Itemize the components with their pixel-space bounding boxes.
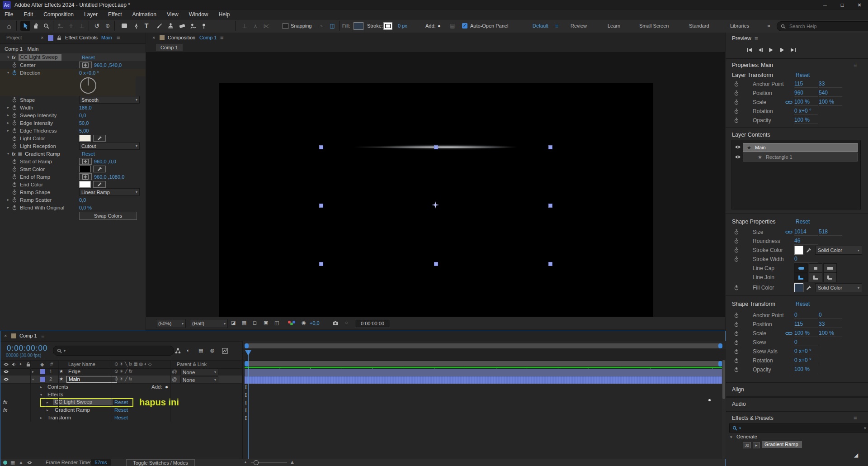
stopwatch-icon[interactable]	[12, 182, 17, 187]
first-frame-button[interactable]	[746, 48, 752, 52]
param-row-end-color[interactable]: End Color	[0, 181, 146, 188]
home-icon[interactable]: ⌂	[4, 21, 14, 31]
param-value[interactable]: 186,0	[79, 105, 92, 110]
eye-icon[interactable]	[735, 145, 741, 149]
param-value[interactable]: 50,0	[79, 120, 89, 126]
reset-link[interactable]: Reset	[114, 407, 128, 413]
layer-name-editing[interactable]: Main	[66, 376, 117, 383]
workspace-menu-icon[interactable]: ≡	[555, 23, 559, 29]
workspace-standard[interactable]: Standard	[689, 23, 709, 29]
prop-row-anchor[interactable]: Anchor Point 115 33	[726, 80, 868, 89]
value-field[interactable]: 0 x+0 °	[794, 108, 818, 115]
reset-link[interactable]: Reset	[114, 399, 128, 405]
exposure-icon[interactable]: ◉	[302, 320, 306, 326]
value-field[interactable]: 46	[794, 238, 818, 245]
previous-frame-button[interactable]	[757, 48, 763, 52]
stopwatch-icon[interactable]	[12, 205, 17, 210]
eye-icon[interactable]	[3, 370, 9, 374]
swap-colors-button[interactable]: Swap Colors	[79, 212, 137, 220]
shape-properties-reset[interactable]: Reset	[796, 219, 810, 225]
stopwatch-icon[interactable]	[734, 238, 739, 244]
value-field[interactable]: 1014	[794, 228, 818, 236]
value-field[interactable]: 100 %	[794, 117, 818, 124]
viewer-subtab-comp1[interactable]: Comp 1	[156, 44, 183, 51]
pen-tool-icon[interactable]	[131, 21, 141, 31]
number-column-header[interactable]: #	[50, 361, 53, 367]
value-field[interactable]: 100 %	[794, 99, 818, 106]
work-area-bar[interactable]	[245, 361, 722, 366]
prop-row-skew[interactable]: Skew 0	[726, 338, 868, 347]
menu-composition[interactable]: Composition	[39, 10, 78, 19]
composition-mini-flow-icon[interactable]: ▤	[448, 21, 458, 31]
eye-icon[interactable]	[735, 155, 741, 159]
stopwatch-icon[interactable]	[12, 128, 17, 133]
clear-search-icon[interactable]: ×	[864, 425, 867, 431]
prop-row-position[interactable]: Position 960 540	[726, 89, 868, 98]
value-field[interactable]: 0 x+0 °	[794, 357, 818, 364]
tab-composition[interactable]: Composition	[168, 35, 195, 40]
outline-row-effects[interactable]: ▾ Effects	[0, 391, 242, 399]
value-field[interactable]: 100 %	[794, 366, 818, 373]
param-row-width[interactable]: ▸ Width 186,0	[0, 104, 146, 111]
param-value[interactable]: 960,0 ,0,0	[94, 159, 116, 164]
eyedropper-icon[interactable]	[93, 135, 106, 142]
prop-row-scale[interactable]: Scale 100 % 100 %	[726, 98, 868, 107]
toggle-switches-button[interactable]: Toggle Switches / Modes	[126, 459, 195, 466]
line-cap-round-button[interactable]	[794, 263, 808, 273]
pickwhip-icon[interactable]: @	[172, 369, 177, 374]
add-property-button[interactable]: ●	[165, 384, 168, 390]
time-ruler[interactable]	[243, 349, 726, 361]
zoom-out-mountain-icon[interactable]: ▲	[244, 460, 247, 464]
layer-name-column-header[interactable]: Layer Name	[68, 361, 95, 367]
chevron-right-icon[interactable]: ▸	[5, 205, 11, 209]
layer-contents-item-main[interactable]: ★ Main	[743, 143, 858, 152]
line-cap-butt-button[interactable]	[809, 263, 822, 273]
stroke-width-value[interactable]: 0 px	[398, 23, 407, 29]
timeline-tab-close-icon[interactable]: ×	[4, 333, 7, 338]
line-join-round-button[interactable]	[809, 272, 822, 282]
eyedropper-icon[interactable]	[806, 247, 811, 253]
channel-blue-icon[interactable]	[292, 321, 295, 323]
zoom-in-mountain-icon[interactable]: ▲	[290, 459, 295, 465]
draft-3d-icon[interactable]: ◐	[187, 347, 190, 353]
audio-title[interactable]: Audio	[732, 401, 746, 407]
audio-column-icon[interactable]	[11, 362, 16, 366]
link-icon[interactable]	[785, 332, 793, 335]
zoom-tool-icon[interactable]	[41, 21, 51, 31]
value-field[interactable]: 100 %	[819, 99, 842, 106]
prop-row-skew-axis[interactable]: Skew Axis 0 x+0 °	[726, 347, 868, 356]
eye-icon[interactable]	[3, 377, 9, 381]
stroke-color-swatch[interactable]	[383, 22, 392, 30]
value-field[interactable]: 115	[794, 81, 818, 88]
snapshot-camera-icon[interactable]	[332, 320, 339, 325]
panel-menu-icon[interactable]: ≡	[854, 414, 857, 421]
fill-color-swatch[interactable]	[794, 283, 803, 292]
tab-effect-controls[interactable]: Effect Controls	[65, 35, 98, 40]
stopwatch-icon[interactable]	[734, 118, 739, 123]
param-row-ramp-shape[interactable]: Ramp Shape Linear Ramp▾	[0, 188, 146, 196]
param-row-blend-with-original[interactable]: ▸ Blend With Original 0,0 %	[0, 204, 146, 211]
label-column-icon[interactable]: ◆	[40, 361, 44, 367]
group-label[interactable]: Effects	[47, 392, 63, 397]
selection-handle[interactable]	[548, 262, 552, 266]
param-value[interactable]: 0,0	[79, 197, 86, 203]
prop-row-st-opacity[interactable]: Opacity 100 %	[726, 365, 868, 374]
scrollbar-thumb[interactable]	[722, 360, 725, 399]
chevron-down-icon[interactable]: ▾	[32, 377, 34, 381]
stopwatch-icon[interactable]	[12, 105, 17, 110]
value-field[interactable]: 100 %	[794, 330, 818, 337]
stopwatch-icon[interactable]	[734, 340, 739, 345]
point-target-icon[interactable]	[79, 62, 92, 68]
eyedropper-icon[interactable]	[93, 181, 106, 188]
layer-bar-main[interactable]	[245, 376, 722, 384]
hand-tool-icon[interactable]	[31, 21, 41, 31]
guides-icon[interactable]: ◫	[274, 320, 279, 326]
prop-row-st-scale[interactable]: Scale 100 % 100 %	[726, 329, 868, 338]
timeline-tab-comp1[interactable]: Comp 1	[19, 333, 37, 338]
param-row-light-reception[interactable]: Light Reception Cutout▾	[0, 142, 146, 150]
stopwatch-icon[interactable]	[734, 331, 739, 336]
eyedropper-icon[interactable]	[93, 166, 106, 172]
region-of-interest-icon[interactable]: ▣	[264, 320, 268, 326]
value-field[interactable]: 0 x+0 °	[794, 348, 818, 355]
param-row-end-of-ramp[interactable]: End of Ramp 960,0 ,1080,0	[0, 173, 146, 181]
